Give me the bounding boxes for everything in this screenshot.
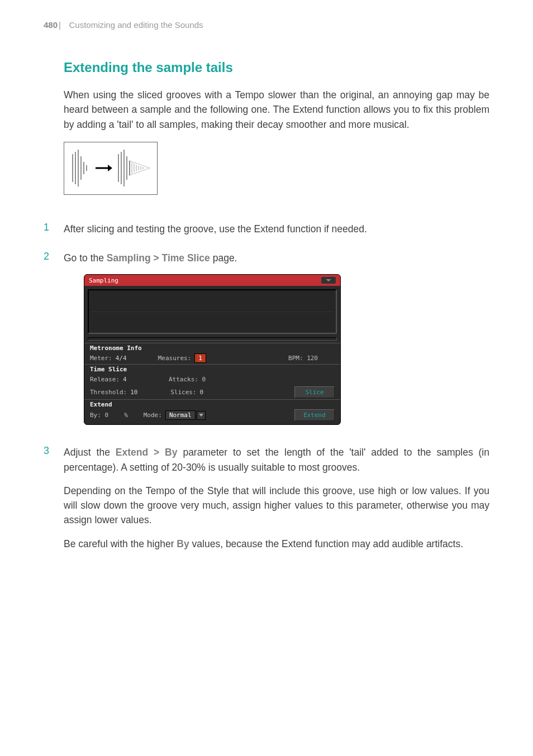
meter-value[interactable]: 4/4 bbox=[116, 355, 129, 362]
step-3-p1: Adjust the Extend > By parameter to set … bbox=[64, 445, 489, 475]
attacks-label: Attacks: 0 bbox=[169, 376, 206, 383]
menu-icon[interactable] bbox=[321, 277, 336, 284]
threshold-value[interactable]: 10 bbox=[130, 389, 144, 396]
ui-path-sampling: Sampling > Time Slice bbox=[107, 252, 210, 264]
chevron-down-icon[interactable] bbox=[197, 411, 206, 420]
timeslice-row-2: Threshold: 10 Slices: 0 Slice bbox=[84, 385, 340, 399]
step-3-p1-pre: Adjust the bbox=[64, 447, 116, 458]
meter-label: Meter: bbox=[90, 355, 112, 362]
measures-label: Measures: bbox=[158, 355, 192, 362]
device-screenshot: Sampling Metronome Info Meter: 4/4 Measu… bbox=[84, 274, 341, 425]
step-3-p3-post: values, because the Extend function may … bbox=[189, 538, 463, 549]
by-label[interactable]: By: 0 bbox=[90, 412, 108, 419]
section-heading: Extending the sample tails bbox=[64, 60, 489, 75]
step-1: 1 After slicing and testing the groove, … bbox=[44, 222, 489, 245]
chapter-title: Customizing and editing the Sounds bbox=[69, 20, 203, 30]
svg-marker-7 bbox=[108, 165, 112, 171]
step-3-p2: Depending on the Tempo of the Style that… bbox=[64, 484, 489, 528]
slice-button[interactable]: Slice bbox=[294, 386, 335, 398]
step-2-number: 2 bbox=[44, 251, 64, 439]
waveform-after-icon bbox=[116, 149, 151, 188]
step-3: 3 Adjust the Extend > By parameter to se… bbox=[44, 445, 489, 560]
mode-label: Mode: bbox=[144, 412, 162, 419]
mode-dropdown[interactable]: Normal bbox=[165, 410, 206, 420]
step-1-number: 1 bbox=[44, 222, 64, 245]
timeslice-row-1: Release: 4 Attacks: 0 bbox=[84, 373, 340, 385]
ui-path-extend-by: Extend > By bbox=[116, 447, 178, 458]
by-unit: % bbox=[124, 412, 128, 419]
step-2: 2 Go to the Sampling > Time Slice page. … bbox=[44, 251, 489, 439]
step-3-p3: Be careful with the higher By values, be… bbox=[64, 537, 489, 551]
device-title: Sampling bbox=[89, 277, 118, 284]
intro-paragraph: When using the sliced grooves with a Tem… bbox=[64, 88, 489, 132]
waveform-diagram bbox=[64, 142, 158, 195]
measures-input[interactable]: 1 bbox=[194, 353, 206, 363]
bpm-label: BPM: 120 bbox=[288, 355, 318, 362]
svg-marker-13 bbox=[130, 161, 150, 175]
extend-heading: Extend bbox=[84, 399, 340, 408]
extend-button[interactable]: Extend bbox=[294, 409, 335, 421]
timeslice-heading: Time Slice bbox=[84, 364, 340, 373]
mode-value[interactable]: Normal bbox=[165, 410, 196, 420]
ui-key-by: By bbox=[177, 538, 189, 549]
device-titlebar: Sampling bbox=[84, 275, 340, 286]
metronome-row: Meter: 4/4 Measures: 1 BPM: 120 bbox=[84, 352, 340, 364]
running-header: 480| Customizing and editing the Sounds bbox=[44, 20, 489, 30]
release-label: Release: bbox=[90, 376, 120, 383]
metronome-heading: Metronome Info bbox=[84, 343, 340, 352]
arrow-right-icon bbox=[96, 164, 112, 173]
step-3-number: 3 bbox=[44, 445, 64, 560]
page-number: 480 bbox=[44, 20, 58, 30]
extend-row: By: 0 % Mode: Normal Extend bbox=[84, 408, 340, 424]
step-2-pre: Go to the bbox=[64, 252, 107, 264]
step-2-post: page. bbox=[210, 252, 237, 264]
header-separator: | bbox=[59, 20, 61, 30]
threshold-label: Threshold: bbox=[90, 389, 127, 396]
waveform-scrollbar[interactable] bbox=[88, 337, 337, 341]
release-value[interactable]: 4 bbox=[123, 376, 142, 383]
step-1-text: After slicing and testing the groove, us… bbox=[64, 222, 489, 236]
slices-label: Slices: bbox=[170, 389, 196, 396]
waveform-before-icon bbox=[70, 149, 92, 188]
waveform-display[interactable] bbox=[88, 289, 337, 334]
step-2-text: Go to the Sampling > Time Slice page. bbox=[64, 251, 489, 265]
slices-value: 0 bbox=[200, 389, 213, 396]
step-3-p3-pre: Be careful with the higher bbox=[64, 538, 177, 549]
